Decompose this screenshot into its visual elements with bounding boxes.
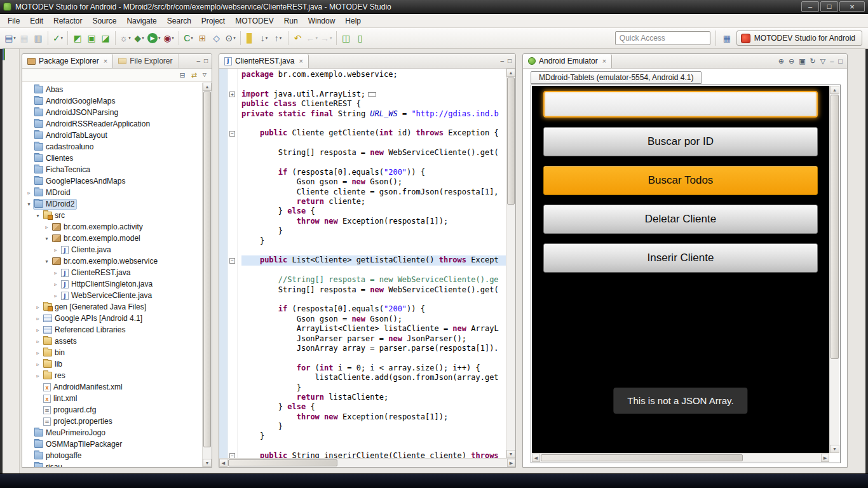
scroll-left-icon[interactable]: ◀: [219, 459, 227, 467]
fold-collapse-icon[interactable]: −: [229, 258, 235, 264]
tree-item-br-com-exemplo-model[interactable]: ▾br.com.exemplo.model: [22, 233, 202, 244]
tree-item-risau[interactable]: risau: [22, 461, 202, 467]
mark-occurrences-icon[interactable]: ▊: [243, 30, 257, 46]
tree-twistie-icon[interactable]: ▹: [51, 247, 60, 253]
close-icon[interactable]: ×: [104, 57, 107, 65]
tree-item-osmmaptilepackager[interactable]: OSMMapTilePackager: [22, 438, 202, 450]
close-icon[interactable]: ×: [602, 57, 606, 65]
scroll-down-icon[interactable]: ▼: [506, 450, 515, 458]
zoom-in-icon[interactable]: ⊕: [778, 58, 784, 65]
tree-item-androidmanifest-xml[interactable]: xAndroidManifest.xml: [22, 381, 202, 393]
back-icon[interactable]: ←▾: [305, 30, 320, 46]
minimize-window-button[interactable]: –: [801, 1, 819, 12]
zoom-fit-icon[interactable]: ▣: [799, 58, 805, 65]
zoom-out-icon[interactable]: ⊖: [789, 58, 794, 65]
tree-twistie-icon[interactable]: ▹: [51, 281, 60, 287]
menu-search[interactable]: Search: [162, 15, 196, 27]
tree-item-androidtablayout[interactable]: AndroidTabLayout: [22, 130, 202, 141]
emulator-button-buscar-todos[interactable]: Buscar Todos: [543, 166, 818, 195]
tree-item-bin[interactable]: ▹bin: [22, 347, 202, 358]
scroll-up-icon[interactable]: ▲: [830, 86, 839, 94]
scroll-left-icon[interactable]: ◀: [532, 454, 540, 462]
run-icon[interactable]: ▶▾: [146, 30, 162, 46]
tree-item-cadastroaluno[interactable]: cadastroaluno: [22, 141, 202, 152]
menu-navigate[interactable]: Navigate: [121, 15, 161, 27]
tree-item-assets[interactable]: ▹assets: [22, 336, 202, 347]
emulator-edittext[interactable]: [543, 91, 818, 118]
tree-twistie-icon[interactable]: ▹: [34, 373, 42, 379]
emulator-button-deletar-cliente[interactable]: Deletar Cliente: [543, 205, 818, 234]
scroll-right-icon[interactable]: ▶: [821, 454, 829, 462]
menu-run[interactable]: Run: [279, 15, 303, 27]
tree-twistie-icon[interactable]: ▹: [51, 293, 60, 299]
emulator-button-inserir-cliente[interactable]: Inserir Cliente: [543, 243, 818, 273]
minimize-view-icon[interactable]: –: [830, 58, 834, 65]
tree-twistie-icon[interactable]: ▹: [25, 190, 33, 196]
tree-twistie-icon[interactable]: ▹: [34, 304, 42, 310]
print-icon[interactable]: ▥: [31, 30, 45, 46]
rotate-icon[interactable]: ↻: [810, 58, 816, 65]
maximize-view-icon[interactable]: □: [204, 58, 208, 64]
scrollbar-thumb[interactable]: [541, 454, 743, 461]
forward-icon[interactable]: →▾: [319, 30, 334, 46]
avd-manager-icon[interactable]: ◪: [98, 30, 112, 46]
tree-twistie-icon[interactable]: ▾: [34, 213, 42, 219]
windows-taskbar[interactable]: [0, 473, 868, 488]
tree-twistie-icon[interactable]: ▹: [34, 362, 42, 367]
editor-vertical-scrollbar[interactable]: ▲ ▼: [506, 69, 515, 458]
tree-item-lint-xml[interactable]: xlint.xml: [22, 393, 202, 404]
editor-horizontal-scrollbar[interactable]: ◀ ▶: [219, 458, 515, 467]
perspective-motodev-button[interactable]: MOTODEV Studio for Android: [736, 30, 862, 46]
tree-item-androidgooglemaps[interactable]: AndroidGoogleMaps: [22, 95, 202, 107]
motodev-emulator-icon[interactable]: ▯: [353, 30, 367, 46]
menu-window[interactable]: Window: [303, 15, 341, 27]
menu-edit[interactable]: Edit: [25, 15, 48, 27]
scrollbar-thumb[interactable]: [507, 78, 515, 205]
menu-source[interactable]: Source: [87, 15, 121, 27]
tree-item-cliente-java[interactable]: ▹JCliente.java: [22, 244, 202, 255]
collapse-all-icon[interactable]: ⊟: [179, 72, 185, 79]
code-content[interactable]: package br.com.exemplo.webservice;import…: [238, 69, 506, 458]
tab-package-explorer[interactable]: Package Explorer ×: [22, 54, 113, 68]
debug-icon[interactable]: ◆▾: [132, 30, 146, 46]
scrollbar-thumb[interactable]: [831, 95, 839, 359]
view-menu-icon[interactable]: ▽: [820, 58, 825, 65]
menu-motodev[interactable]: MOTODEV: [230, 15, 278, 27]
tree-item-httpclientsingleton-java[interactable]: ▹JHttpClientSingleton.java: [22, 278, 202, 290]
tree-twistie-icon[interactable]: ▹: [43, 224, 51, 230]
close-window-button[interactable]: ×: [839, 1, 865, 12]
tree-item-google-apis-android-4-1[interactable]: ▹Google APIs [Android 4.1]: [22, 313, 202, 324]
scrollbar-thumb[interactable]: [203, 92, 211, 447]
package-explorer-scrollbar[interactable]: ▲ ▼: [202, 83, 212, 467]
coverage-icon[interactable]: ◉▾: [162, 30, 176, 46]
tab-file-explorer[interactable]: File Explorer: [113, 54, 178, 68]
tree-twistie-icon[interactable]: ▹: [34, 327, 42, 333]
fold-ruler[interactable]: +−−−: [227, 69, 238, 458]
tree-twistie-icon[interactable]: ▹: [34, 339, 42, 344]
tree-item-lib[interactable]: ▹lib: [22, 358, 202, 370]
maximize-view-icon[interactable]: □: [508, 58, 512, 64]
quick-access-input[interactable]: [615, 31, 710, 45]
tree-item-googleplacesandmaps[interactable]: GooglePlacesAndMaps: [22, 175, 202, 187]
tree-twistie-icon[interactable]: ▾: [43, 236, 51, 241]
fold-expand-icon[interactable]: +: [229, 92, 235, 97]
view-menu-icon[interactable]: ▽: [203, 72, 207, 78]
next-annotation-icon[interactable]: ↓▾: [257, 30, 271, 46]
scroll-up-icon[interactable]: ▲: [203, 83, 212, 91]
scroll-right-icon[interactable]: ▶: [507, 459, 515, 467]
open-perspective-icon[interactable]: [721, 32, 733, 44]
scroll-down-icon[interactable]: ▼: [203, 459, 212, 467]
tree-item-res[interactable]: ▹res: [22, 370, 202, 381]
open-type-icon[interactable]: ◇: [210, 30, 224, 46]
folded-region-icon[interactable]: [368, 92, 376, 97]
new-android-project-icon[interactable]: ◩: [71, 30, 85, 46]
tree-item-androidjsonparsing[interactable]: AndroidJSONParsing: [22, 107, 202, 118]
tree-item-mdroid2[interactable]: ▾MDroid2: [22, 198, 202, 210]
tree-item-abas[interactable]: Abas: [22, 84, 202, 95]
device-tab[interactable]: MDdroid-Tablets (emulator-5554, Android …: [531, 71, 702, 84]
maximize-window-button[interactable]: □: [820, 1, 838, 12]
emulator-horizontal-scrollbar[interactable]: ◀ ▶: [532, 453, 829, 462]
tree-item-br-com-exemplo-activity[interactable]: ▹br.com.exemplo.activity: [22, 221, 202, 233]
tree-item-src[interactable]: ▾src: [22, 210, 202, 221]
tab-clienterest-java[interactable]: J ClienteREST.java ×: [219, 54, 309, 68]
